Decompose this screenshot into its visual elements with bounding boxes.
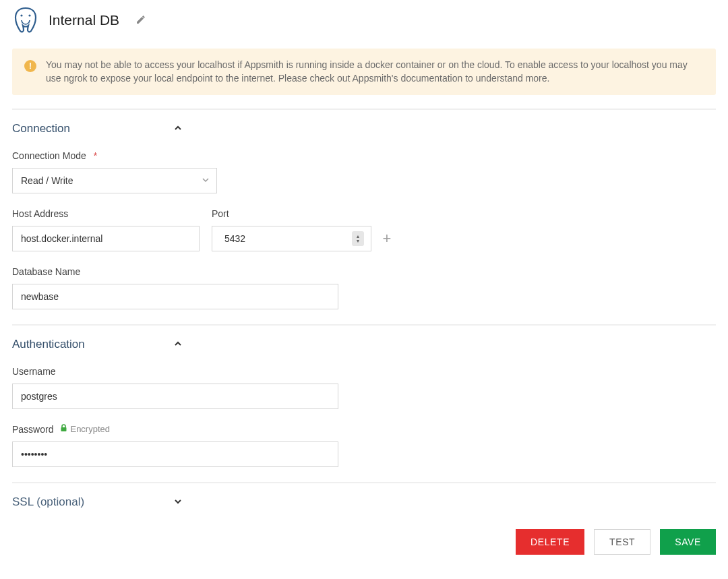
divider xyxy=(12,324,716,326)
delete-button[interactable]: DELETE xyxy=(516,529,584,555)
svg-point-0 xyxy=(20,14,22,16)
username-input[interactable] xyxy=(12,384,338,409)
warning-banner: ! You may not be able to access your loc… xyxy=(12,49,716,95)
connection-mode-label-text: Connection Mode xyxy=(12,150,86,161)
spinner-down-icon: ▼ xyxy=(356,239,361,243)
section-title-auth: Authentication xyxy=(12,338,174,351)
divider xyxy=(12,109,716,110)
database-label: Database Name xyxy=(12,266,716,277)
test-button[interactable]: TEST xyxy=(594,529,650,555)
port-input-wrap[interactable]: ▲ ▼ xyxy=(212,226,371,251)
connection-mode-value: Read / Write xyxy=(12,168,217,193)
connection-mode-select[interactable]: Read / Write xyxy=(12,168,217,193)
field-host: Host Address xyxy=(12,208,200,251)
required-star: * xyxy=(94,150,97,161)
field-password: Password Encrypted xyxy=(12,424,716,467)
connection-mode-label: Connection Mode* xyxy=(12,150,716,161)
field-database: Database Name xyxy=(12,266,716,309)
field-username: Username xyxy=(12,366,716,409)
edit-icon[interactable] xyxy=(135,14,146,27)
svg-rect-2 xyxy=(61,427,67,431)
password-label: Password Encrypted xyxy=(12,424,716,435)
save-button[interactable]: SAVE xyxy=(660,529,716,555)
action-buttons: DELETE TEST SAVE xyxy=(12,529,716,555)
divider xyxy=(12,482,716,483)
host-input[interactable] xyxy=(12,226,200,251)
password-input[interactable] xyxy=(12,441,338,467)
postgres-logo xyxy=(12,7,39,34)
field-connection-mode: Connection Mode* Read / Write xyxy=(12,150,716,193)
section-header-ssl[interactable]: SSL (optional) xyxy=(12,495,716,509)
lock-icon xyxy=(60,424,67,434)
svg-point-1 xyxy=(28,14,30,16)
password-label-text: Password xyxy=(12,424,53,435)
encrypted-label: Encrypted xyxy=(70,424,110,434)
warning-text: You may not be able to access your local… xyxy=(46,58,704,86)
spinner-up-icon: ▲ xyxy=(356,234,361,239)
chevron-up-icon xyxy=(174,339,182,350)
field-port: Port ▲ ▼ + xyxy=(212,208,393,251)
port-input[interactable] xyxy=(212,226,371,251)
section-title-connection: Connection xyxy=(12,122,174,135)
database-input[interactable] xyxy=(12,284,338,309)
username-label: Username xyxy=(12,366,716,377)
chevron-down-icon xyxy=(174,497,182,508)
section-title-ssl: SSL (optional) xyxy=(12,495,174,509)
section-header-auth[interactable]: Authentication xyxy=(12,338,716,351)
chevron-up-icon xyxy=(174,123,182,134)
port-label: Port xyxy=(212,208,393,219)
port-spinner[interactable]: ▲ ▼ xyxy=(352,231,364,246)
page-title: Internal DB xyxy=(49,12,119,28)
page-header: Internal DB xyxy=(12,7,716,34)
add-port-button[interactable]: + xyxy=(381,233,393,245)
warning-icon: ! xyxy=(24,60,36,72)
section-header-connection[interactable]: Connection xyxy=(12,122,716,135)
host-label: Host Address xyxy=(12,208,200,219)
